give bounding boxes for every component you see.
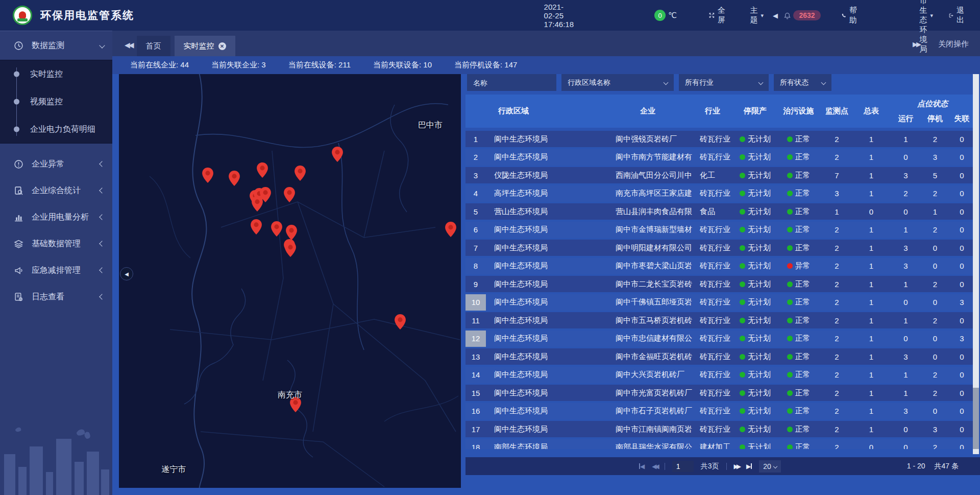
status-dot-icon — [740, 245, 745, 251]
table-row[interactable]: 4高坪生态环境局南充市高坪区王家店建砖瓦行业无计划正常31220 — [465, 185, 973, 202]
prev-page-button[interactable]: ◀◀ — [652, 463, 657, 470]
sidebar-submenu: 实时监控 视频监控 企业电力负荷明细 — [0, 60, 112, 144]
table-row[interactable]: 16阆中生态环境局阆中市石子页岩机砖厂砖瓦行业无计划正常21300 — [465, 403, 973, 419]
table-row[interactable]: 14阆中生态环境局阆中大兴页岩机砖厂砖瓦行业无计划正常21120 — [465, 367, 973, 383]
speaker-mute-icon[interactable]: ◀ — [773, 12, 778, 19]
table-row[interactable]: 15阆中生态环境局阆中市光富页岩机砖厂砖瓦行业无计划正常21120 — [465, 385, 973, 401]
map[interactable]: ◀ 巴中市南充市遂宁市 — [119, 74, 461, 488]
table-row[interactable]: 3仪陇生态环境局西南油气田分公司川中化工无计划正常71350 — [465, 167, 973, 183]
map-pin-icon[interactable] — [251, 219, 262, 234]
next-page-button[interactable]: ▶▶ — [734, 463, 739, 470]
status-dot-icon — [787, 372, 793, 378]
tabs-scroll-left-button[interactable]: ◀◀ — [125, 41, 133, 49]
table-row[interactable]: 12阆中生态环境局阆中市忠信建材有限公砖瓦行业无计划正常21003 — [465, 331, 973, 347]
map-pin-icon[interactable] — [257, 162, 268, 178]
cell-lost-count: 3 — [948, 331, 973, 347]
map-pin-icon[interactable] — [445, 222, 456, 237]
table-row[interactable]: 7阆中生态环境局阆中明阳建材有限公司砖瓦行业无计划正常21300 — [465, 240, 973, 256]
row-number: 6 — [465, 222, 486, 238]
cell-run-count: 0 — [889, 331, 922, 347]
theme-button[interactable]: 主题▾ — [750, 6, 764, 25]
notification-button[interactable]: 2632 — [783, 10, 821, 20]
cell-meter-count: 1 — [853, 403, 889, 419]
cell-monitor-count: 2 — [820, 276, 853, 292]
scrollbar-thumb[interactable] — [973, 388, 979, 449]
table-row[interactable]: 2阆中生态环境局阆中市南方节能建材有砖瓦行业无计划正常21030 — [465, 149, 973, 166]
sidebar-item-realtime-monitor[interactable]: 实时监控 — [0, 60, 112, 88]
table-row[interactable]: 6阆中生态环境局阆中市金博瑞新型墙材砖瓦行业无计划正常21120 — [465, 222, 973, 238]
cell-monitor-count: 2 — [820, 258, 853, 274]
sidebar-item-base-data[interactable]: 基础数据管理 — [0, 230, 112, 257]
sidebar-item-power-load-detail[interactable]: 企业电力负荷明细 — [0, 115, 112, 143]
row-number: 17 — [465, 421, 486, 437]
table-row[interactable]: 1阆中生态环境局阆中强锐页岩砖厂砖瓦行业无计划正常21120 — [465, 131, 973, 147]
map-collapse-button[interactable]: ◀ — [120, 267, 133, 280]
map-pin-icon[interactable] — [271, 221, 282, 237]
cell-facility-status: 正常 — [777, 403, 820, 419]
cell-stopped-count: 0 — [922, 331, 948, 347]
status-select[interactable]: 所有状态 — [774, 74, 831, 91]
sidebar-item-data-monitor[interactable]: 数据监测 — [0, 31, 112, 60]
table-row[interactable]: 11阆中生态环境局阆中市五马桥页岩机砖砖瓦行业无计划正常21120 — [465, 312, 973, 328]
tabs-scroll-right-button[interactable]: ▶▶ — [913, 40, 920, 48]
table-row[interactable]: 17阆中生态环境局阆中市江南镇阆南页岩砖瓦行业无计划正常21030 — [465, 421, 973, 437]
sidebar-item-enterprise-statistics[interactable]: 企业综合统计 — [0, 177, 112, 204]
map-pin-icon[interactable] — [284, 187, 295, 202]
tab-home[interactable]: 首页 — [137, 36, 170, 56]
status-dot-icon — [787, 318, 793, 323]
cell-region: 阆中生态环境局 — [486, 149, 614, 166]
sidebar-item-video-monitor[interactable]: 视频监控 — [0, 88, 112, 115]
cell-monitor-count: 2 — [820, 240, 853, 256]
table-row[interactable]: 9阆中生态环境局阆中市二龙长宝页岩砖砖瓦行业无计划正常21120 — [465, 276, 973, 292]
cell-company: 阆中市二龙长宝页岩砖 — [614, 276, 698, 292]
map-pin-icon[interactable] — [286, 225, 297, 240]
main-content: ◀ 巴中市南充市遂宁市 行政区域名称 所有行业 所有状态 行政区域 企业 行业 … — [112, 74, 980, 495]
row-number: 7 — [465, 240, 486, 256]
region-select[interactable]: 行政区域名称 — [561, 74, 674, 91]
help-button[interactable]: 帮助 — [841, 6, 860, 25]
status-dot-icon — [787, 263, 793, 269]
page-size-select[interactable]: 20 — [759, 460, 781, 473]
map-pin-icon[interactable] — [229, 171, 240, 186]
first-page-button[interactable]: ◀ — [639, 463, 645, 470]
map-pin-icon[interactable] — [252, 196, 263, 211]
sidebar-item-emergency-reduction[interactable]: 应急减排管理 — [0, 257, 112, 284]
close-operations-button[interactable]: 关闭操作 — [938, 39, 969, 49]
table-row[interactable]: 18南部生态环境局南部县瑞华水泥有限公建材加工无计划正常20020 — [465, 439, 973, 450]
map-pin-icon[interactable] — [202, 168, 213, 183]
tab-realtime-monitor[interactable]: 实时监控 ✕ — [175, 36, 235, 56]
sidebar-item-enterprise-abnormal[interactable]: 企业异常 — [0, 151, 112, 177]
table-row[interactable]: 8阆中生态环境局阆中市枣碧大梁山页岩砖瓦行业无计划异常21300 — [465, 258, 973, 274]
weather-temp: 0 ℃ — [654, 10, 677, 21]
table-row[interactable]: 13阆中生态环境局阆中市金福旺页岩机砖砖瓦行业无计划正常21300 — [465, 348, 973, 365]
industry-select[interactable]: 所有行业 — [679, 74, 769, 91]
map-pin-icon[interactable] — [332, 147, 343, 162]
status-dot-icon — [740, 390, 745, 396]
chevron-down-icon — [99, 42, 105, 48]
col-company: 企业 — [614, 95, 698, 128]
table-row[interactable]: 5营山生态环境局营山县润丰肉食品有限食品无计划正常10010 — [465, 203, 973, 220]
logout-button[interactable]: 退出 — [948, 6, 967, 25]
table-scrollbar[interactable] — [973, 74, 979, 454]
fullscreen-button[interactable]: 全屏 — [709, 6, 728, 25]
page-number-input[interactable] — [672, 461, 694, 472]
stat-item: 当前在线企业: 44 — [130, 60, 189, 70]
table-row[interactable]: 10阆中生态环境局阆中千佛镇五郎垭页岩砖瓦行业无计划正常21003 — [465, 294, 973, 311]
cell-lost-count: 0 — [948, 367, 973, 383]
org-menu[interactable]: 南充市生态环境局▾ — [919, 0, 933, 54]
cell-lost-count: 0 — [948, 421, 973, 437]
last-page-button[interactable]: ▶ — [746, 463, 752, 470]
status-dot-icon — [787, 209, 793, 215]
close-icon[interactable]: ✕ — [218, 42, 226, 50]
map-pin-icon[interactable] — [285, 242, 296, 257]
cell-industry: 砖瓦行业 — [698, 276, 733, 292]
row-number: 8 — [465, 258, 486, 274]
name-search-input[interactable] — [473, 79, 550, 87]
map-pin-icon[interactable] — [395, 314, 406, 329]
map-pin-icon[interactable] — [295, 166, 306, 181]
sidebar-item-log-view[interactable]: 日志查看 — [0, 284, 112, 310]
name-search-input-box[interactable] — [467, 74, 556, 91]
sidebar-item-power-analysis[interactable]: 企业用电量分析 — [0, 204, 112, 230]
cell-stopped-count: 2 — [922, 385, 948, 401]
cell-stop-status: 无计划 — [733, 367, 777, 383]
